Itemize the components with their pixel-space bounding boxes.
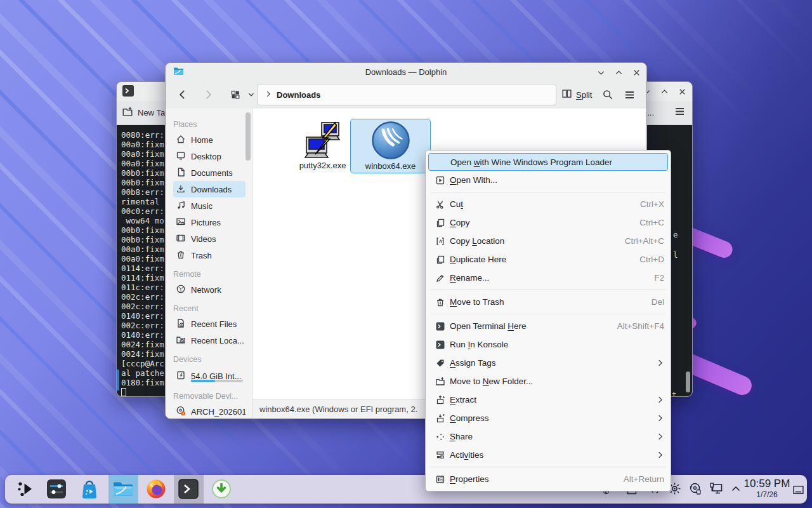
sidebar-item-recent-loca-[interactable]: Recent Loca... [173,332,246,349]
sidebar-item-home[interactable]: Home [173,131,246,148]
terminal-scroll-indicator [117,370,119,391]
sidebar-item-pictures[interactable]: Pictures [173,214,246,231]
maximize-button[interactable] [659,86,669,97]
submenu-arrow-icon [656,396,664,404]
menu-item-label: Open Terminal Here [450,321,610,331]
sidebar-section-header: Remote [173,267,252,281]
copy-icon [435,217,446,229]
menu-item-share[interactable]: Share [426,427,671,446]
breadcrumb-folder[interactable]: Downloads [277,90,320,100]
split-icon [561,88,572,101]
menu-item-shortcut: Ctrl+Alt+C [625,236,664,246]
sidebar-item-label: Videos [191,234,216,244]
menu-item-compress[interactable]: Compress [426,409,671,427]
breadcrumb[interactable]: Downloads [257,84,556,105]
taskbar: 10:59 PM 1/7/26 [5,475,807,504]
downloads-icon [176,184,186,196]
sidebar-item-videos[interactable]: Videos [173,231,246,247]
menu-item-run-in-konsole[interactable]: Run In Konsole [426,335,671,354]
menu-item-move-to-trash[interactable]: Move to TrashDel [426,293,671,311]
clock[interactable]: 10:59 PM 1/7/26 [742,477,792,499]
menu-item-assign-tags[interactable]: Assign Tags [426,354,671,372]
menu-item-label: Open with Wine Windows Program Loader [450,157,661,167]
removable-disc-icon [176,406,186,418]
menu-item-shortcut: Del [652,297,664,307]
minimize-button[interactable] [596,67,606,77]
menu-item-move-to-new-folder[interactable]: Move to New Folder... [426,372,671,391]
taskbar-downloader-button[interactable] [210,478,233,501]
menu-item-shortcut: Alt+Return [624,474,664,484]
menu-item-extract[interactable]: Extract [426,391,671,409]
show-desktop-button[interactable] [790,482,806,497]
taskbar-system-settings-button[interactable] [45,478,68,501]
menu-separator [431,314,665,314]
view-mode-dropdown[interactable] [247,90,256,99]
network-icon [176,284,186,296]
menu-item-label: Properties [450,474,616,484]
cut-icon [435,199,446,210]
hamburger-icon[interactable] [674,105,686,119]
dolphin-titlebar[interactable]: Downloads — Dolphin [166,63,646,81]
menu-item-copy-location[interactable]: Copy LocationCtrl+Alt+C [426,232,671,250]
duplicate-icon [435,254,446,265]
menu-item-duplicate-here[interactable]: Duplicate HereCtrl+D [426,250,671,269]
menu-item-open-with-wine-windows-program-loader[interactable]: Open with Wine Windows Program Loader [428,153,668,171]
chevron-up-icon [730,483,742,497]
file-item-winbox64.exe[interactable]: winbox64.exe [350,119,431,173]
sidebar-item-54-0-gib-int-[interactable]: 54.0 GiB Int... [173,366,246,385]
places-panel: PlacesHomeDesktopDocumentsDownloadsMusic… [166,109,252,419]
menu-item-activities[interactable]: Activities [426,446,671,464]
menu-item-open-with[interactable]: Open With... [426,171,671,189]
device-notifier-icon [689,482,702,497]
taskbar-konsole-button[interactable] [177,478,200,501]
menu-item-open-terminal-here[interactable]: Open Terminal HereAlt+Shift+F4 [426,317,671,335]
taskbar-discover-button[interactable] [78,478,101,501]
sidebar-item-arch-202601[interactable]: ARCH_202601 [173,403,246,419]
status-text: winbox64.exe (Windows or EFI program, 2. [259,404,417,414]
taskbar-firefox-button[interactable] [145,478,167,501]
close-button[interactable] [631,67,641,77]
taskbar-dolphin-button[interactable] [112,478,134,501]
new-tab-button[interactable]: New Tab [122,106,169,119]
submenu-arrow-icon [656,451,664,459]
sidebar-item-music[interactable]: Music [173,197,246,214]
split-button[interactable]: Split [561,88,592,101]
activities-icon [435,450,446,461]
tray-tray-expander-button[interactable] [729,483,743,496]
new-folder-icon [435,376,446,387]
menu-separator [431,290,665,290]
clock-time: 10:59 PM [742,477,792,490]
menu-item-copy[interactable]: CopyCtrl+C [426,213,671,232]
recent-locations-icon [176,335,186,347]
hamburger-menu-button[interactable] [624,89,636,101]
menu-item-shortcut: Ctrl+C [639,218,664,227]
sidebar-item-network[interactable]: Network [173,281,246,298]
tray-display-button[interactable] [709,483,723,496]
menu-item-label: Move to Trash [450,297,644,307]
menu-item-label: Copy Location [450,236,617,246]
terminal-scrollbar[interactable] [686,371,690,392]
menu-item-rename[interactable]: Rename...F2 [426,269,671,287]
search-button[interactable] [602,89,613,100]
back-button[interactable] [177,89,188,100]
sidebar-item-downloads[interactable]: Downloads [173,181,246,197]
maximize-button[interactable] [613,67,624,77]
sidebar-section-header: Removable Devi... [173,389,252,403]
dolphin-toolbar: Downloads Split [166,81,646,109]
close-button[interactable] [677,86,687,97]
sidebar-item-desktop[interactable]: Desktop [173,148,246,164]
firefox-icon [145,478,167,502]
trash-icon [176,250,186,262]
sidebar-scrollbar[interactable] [246,112,251,161]
taskbar-app-launcher-button[interactable] [15,478,37,501]
disk-usage-bar [191,380,243,382]
view-mode-button[interactable] [230,90,240,100]
menu-item-properties[interactable]: PropertiesAlt+Return [426,470,671,488]
tray-device-notifier-button[interactable] [688,483,702,496]
sidebar-item-recent-files[interactable]: Recent Files [173,316,246,332]
menu-item-label: Move to New Folder... [450,377,664,386]
forward-button[interactable] [202,89,214,100]
sidebar-item-documents[interactable]: Documents [173,164,246,181]
menu-item-cut[interactable]: CutCtrl+X [426,195,671,213]
sidebar-item-trash[interactable]: Trash [173,247,246,264]
